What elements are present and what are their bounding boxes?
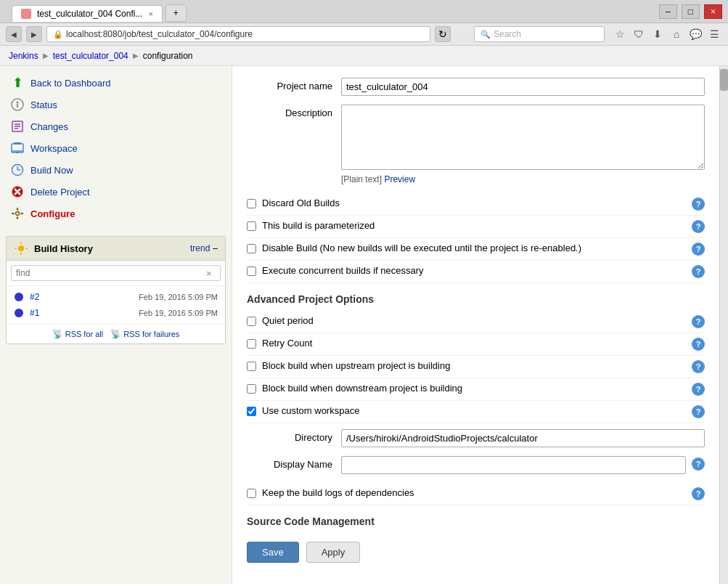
checkbox-row-parameterized: This build is parameterized ?: [247, 216, 705, 238]
breadcrumb-job[interactable]: test_culculator_004: [53, 51, 128, 61]
help-icon-display-name[interactable]: ?: [692, 457, 705, 471]
checkbox-quiet-period[interactable]: [247, 317, 256, 326]
checkbox-concurrent[interactable]: [247, 266, 256, 276]
home-icon[interactable]: ⌂: [668, 26, 684, 42]
sidebar-label-delete: Delete Project: [30, 187, 90, 198]
build-item: #2 Feb 19, 2016 5:09 PM: [7, 289, 225, 305]
sidebar-item-workspace[interactable]: Workspace: [0, 137, 232, 159]
checkbox-label-block-upstream[interactable]: Block build when upstream project is bui…: [247, 360, 692, 371]
chat-icon[interactable]: 💬: [687, 26, 703, 42]
build-history-panel: Build History trend – × #2 Feb 19, 2016 …: [6, 236, 226, 344]
scrollbar[interactable]: [719, 66, 728, 584]
checkbox-label-disable[interactable]: Disable Build (No new builds will be exe…: [247, 243, 692, 253]
rss-failures-link[interactable]: 📡 RSS for failures: [110, 329, 179, 339]
maximize-button[interactable]: □: [682, 4, 700, 19]
build-link-2[interactable]: #2: [30, 292, 39, 302]
help-icon-custom-workspace[interactable]: ?: [692, 405, 705, 418]
checkbox-row-disable: Disable Build (No new builds will be exe…: [247, 238, 705, 261]
save-button[interactable]: Save: [247, 542, 299, 563]
description-row: Description [Plain text] Preview: [247, 105, 705, 184]
trend-link[interactable]: trend: [190, 243, 210, 253]
menu-icon[interactable]: ☰: [706, 26, 722, 42]
sidebar-item-status[interactable]: Status: [0, 94, 232, 115]
plain-text-label: [Plain text]: [341, 174, 382, 184]
build-status-icon-2: [14, 292, 24, 302]
description-textarea[interactable]: [341, 105, 705, 170]
sidebar-nav: ⬆ Back to Dashboard Status Changes W: [0, 66, 232, 230]
star-icon[interactable]: ☆: [612, 26, 628, 42]
sidebar-label-status: Status: [30, 99, 57, 110]
search-clear-icon[interactable]: ×: [206, 268, 212, 279]
up-arrow-icon: ⬆: [10, 76, 25, 90]
close-window-button[interactable]: ×: [704, 4, 722, 19]
help-icon-retry[interactable]: ?: [692, 338, 705, 351]
checkbox-label-custom-workspace[interactable]: Use custom workspace: [247, 405, 692, 416]
buttons-row: Save Apply: [247, 542, 705, 577]
help-icon-discard[interactable]: ?: [692, 198, 705, 211]
svg-point-18: [18, 245, 24, 251]
active-tab[interactable]: test_culculator_004 Confi... ×: [12, 5, 163, 22]
display-name-input[interactable]: [341, 456, 686, 474]
sidebar-item-delete-project[interactable]: Delete Project: [0, 181, 232, 203]
breadcrumb-current: configuration: [143, 51, 193, 61]
checkbox-label-concurrent[interactable]: Execute concurrent builds if necessary: [247, 265, 692, 276]
checkbox-disable-build[interactable]: [247, 244, 256, 253]
checkbox-block-downstream[interactable]: [247, 384, 256, 394]
delete-icon: [10, 184, 25, 199]
project-name-input[interactable]: [341, 78, 705, 96]
tab-close-button[interactable]: ×: [148, 9, 152, 18]
checkbox-label-quiet[interactable]: Quiet period: [247, 315, 692, 326]
preview-link[interactable]: Preview: [384, 174, 415, 184]
checkbox-label-discard[interactable]: Discard Old Builds: [247, 198, 692, 208]
build-link-1[interactable]: #1: [30, 308, 39, 318]
help-icon-block-downstream[interactable]: ?: [692, 383, 705, 396]
svg-rect-8: [14, 142, 21, 145]
checkbox-row-custom-workspace: Use custom workspace ?: [247, 401, 705, 423]
checkbox-row-keep-logs: Keep the build logs of dependencies ?: [247, 483, 705, 505]
forward-button[interactable]: ▶: [26, 26, 42, 42]
help-icon-block-upstream[interactable]: ?: [692, 360, 705, 373]
checkbox-row-concurrent: Execute concurrent builds if necessary ?: [247, 261, 705, 283]
rss-all-link[interactable]: 📡 RSS for all: [52, 329, 104, 339]
directory-input[interactable]: [341, 429, 705, 447]
project-name-control: [341, 78, 705, 96]
clock-icon: [10, 163, 25, 177]
browser-search[interactable]: 🔍 Search: [474, 26, 605, 42]
checkbox-label-block-downstream[interactable]: Block build when downstream project is b…: [247, 383, 692, 394]
back-button[interactable]: ◀: [6, 26, 22, 42]
checkbox-retry-count[interactable]: [247, 339, 256, 349]
build-search-input[interactable]: [11, 265, 221, 281]
breadcrumb-jenkins[interactable]: Jenkins: [9, 51, 38, 61]
sidebar-item-back-to-dashboard[interactable]: ⬆ Back to Dashboard: [0, 72, 232, 94]
sidebar-label-workspace: Workspace: [30, 143, 78, 154]
checkbox-label-keep-logs[interactable]: Keep the build logs of dependencies: [247, 487, 692, 498]
help-icon-quiet[interactable]: ?: [692, 315, 705, 328]
url-bar[interactable]: 🔒 localhost:8080/job/test_culculator_004…: [46, 26, 430, 42]
checkbox-discard-old[interactable]: [247, 199, 256, 208]
directory-control: [341, 429, 705, 447]
apply-button[interactable]: Apply: [306, 542, 361, 563]
checkbox-keep-logs[interactable]: [247, 489, 256, 498]
sidebar-item-changes[interactable]: Changes: [0, 115, 232, 137]
sidebar: ⬆ Back to Dashboard Status Changes W: [0, 66, 232, 584]
help-icon-disable[interactable]: ?: [692, 243, 705, 256]
workspace-icon: [10, 141, 25, 155]
shield-icon[interactable]: 🛡: [631, 26, 647, 42]
refresh-button[interactable]: ↻: [435, 26, 451, 42]
checkbox-custom-workspace[interactable]: [247, 407, 256, 416]
help-icon-keep-logs[interactable]: ?: [692, 487, 705, 500]
new-tab-button[interactable]: +: [165, 4, 187, 22]
sidebar-item-build-now[interactable]: Build Now: [0, 159, 232, 181]
build-history-links: trend –: [190, 243, 218, 253]
help-icon-concurrent[interactable]: ?: [692, 265, 705, 278]
sidebar-item-configure[interactable]: Configure: [0, 203, 232, 224]
checkbox-label-parameterized[interactable]: This build is parameterized: [247, 220, 692, 231]
minimize-button[interactable]: –: [659, 4, 677, 19]
checkbox-label-retry[interactable]: Retry Count: [247, 338, 692, 349]
download-icon[interactable]: ⬇: [650, 26, 666, 42]
directory-label: Directory: [247, 429, 341, 443]
dash-separator: –: [213, 243, 218, 253]
help-icon-parameterized[interactable]: ?: [692, 220, 705, 233]
checkbox-block-upstream[interactable]: [247, 362, 256, 371]
checkbox-parameterized[interactable]: [247, 221, 256, 231]
